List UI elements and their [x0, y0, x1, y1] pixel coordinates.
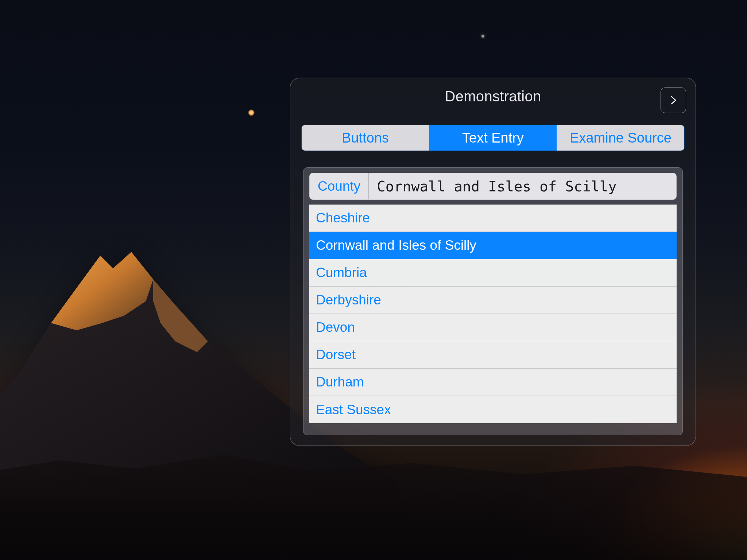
demonstration-panel: Demonstration Buttons Text Entry Examine… [290, 78, 696, 446]
county-value-input[interactable]: Cornwall and Isles of Scilly [369, 173, 676, 199]
star-icon [481, 35, 484, 38]
county-label[interactable]: County [310, 173, 369, 199]
option-derbyshire[interactable]: Derbyshire [309, 287, 677, 314]
option-durham[interactable]: Durham [309, 369, 677, 396]
county-dropdown[interactable]: Cheshire Cornwall and Isles of Scilly Cu… [309, 204, 677, 423]
option-east-sussex[interactable]: East Sussex [309, 396, 677, 423]
chevron-right-icon [668, 95, 679, 106]
content-area: County Cornwall and Isles of Scilly Nick… [303, 167, 683, 435]
tab-buttons[interactable]: Buttons [302, 125, 429, 151]
star-icon [248, 109, 255, 116]
tab-examine-source[interactable]: Examine Source [557, 125, 684, 151]
option-devon[interactable]: Devon [309, 314, 677, 341]
tab-text-entry[interactable]: Text Entry [429, 125, 557, 151]
county-field-row: County Cornwall and Isles of Scilly [309, 173, 677, 200]
tab-bar: Buttons Text Entry Examine Source [301, 125, 685, 151]
panel-title: Demonstration [445, 88, 541, 105]
option-cornwall[interactable]: Cornwall and Isles of Scilly [309, 232, 677, 259]
option-dorset[interactable]: Dorset [309, 341, 677, 369]
panel-header: Demonstration [290, 78, 696, 114]
option-cheshire[interactable]: Cheshire [309, 205, 677, 232]
option-cumbria[interactable]: Cumbria [309, 259, 677, 287]
next-button[interactable] [661, 88, 686, 113]
